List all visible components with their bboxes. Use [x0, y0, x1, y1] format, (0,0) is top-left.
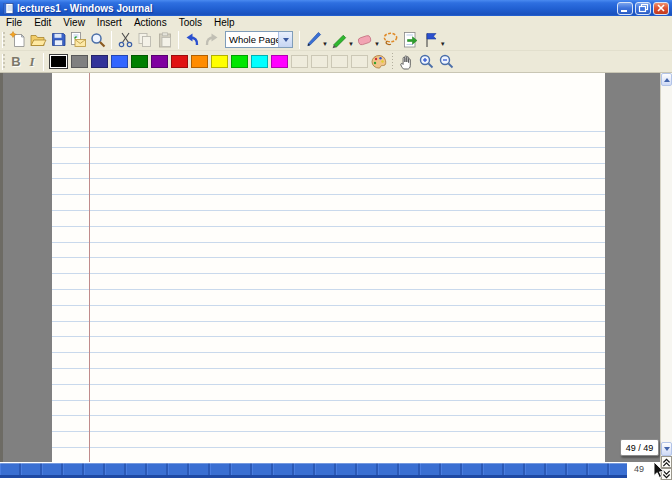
color-swatch-red[interactable] — [171, 55, 188, 68]
scroll-up-button[interactable] — [661, 73, 672, 86]
highlighter-tool-button[interactable] — [329, 30, 349, 50]
menu-bar: File Edit View Insert Actions Tools Help — [0, 16, 672, 29]
standard-toolbar: Whole Page ▼ ▼ ▼ — [0, 29, 672, 51]
eraser-icon — [355, 30, 374, 49]
insert-space-icon — [402, 31, 420, 49]
current-page-number: 49 — [634, 464, 644, 474]
journal-app-icon — [3, 3, 14, 14]
menu-view[interactable]: View — [57, 16, 91, 29]
more-colors-button[interactable] — [369, 52, 389, 72]
paste-icon — [157, 32, 173, 48]
page-indicator-tooltip: 49 / 49 — [620, 439, 659, 456]
eraser-tool-button[interactable] — [355, 30, 375, 50]
chevron-down-icon — [283, 38, 289, 45]
arrow-up-icon — [664, 75, 670, 82]
margin-line — [89, 73, 90, 462]
color-swatch-black[interactable] — [49, 54, 68, 69]
eraser-dropdown-arrow[interactable]: ▼ — [374, 41, 380, 47]
cut-button[interactable] — [115, 30, 135, 50]
zoom-select-dropdown-button[interactable] — [278, 32, 292, 47]
redo-button[interactable] — [202, 30, 222, 50]
scroll-down-button[interactable] — [661, 442, 672, 456]
scrollbar-track[interactable] — [661, 86, 672, 442]
restore-button[interactable] — [635, 2, 651, 15]
format-toolbar: B I — [0, 51, 672, 73]
pen-dropdown-arrow[interactable]: ▼ — [322, 41, 328, 47]
menu-file[interactable]: File — [0, 16, 28, 29]
journal-page[interactable] — [52, 73, 605, 462]
menu-tools[interactable]: Tools — [173, 16, 208, 29]
new-note-button[interactable] — [8, 30, 28, 50]
canvas-left-edge — [0, 73, 3, 462]
color-swatch-lime[interactable] — [231, 55, 248, 68]
undo-button[interactable] — [182, 30, 202, 50]
toolbar-separator — [392, 53, 393, 71]
note-canvas[interactable] — [0, 73, 660, 462]
selection-lasso-icon — [381, 30, 400, 49]
color-swatch-dark-blue[interactable] — [91, 55, 108, 68]
new-note-icon — [9, 31, 27, 49]
flag-icon — [422, 31, 440, 49]
toolbar-grip[interactable] — [2, 32, 5, 48]
previous-page-button[interactable] — [661, 456, 672, 468]
open-folder-icon — [29, 31, 47, 49]
email-note-button[interactable] — [68, 30, 88, 50]
zoom-level-select[interactable]: Whole Page — [225, 31, 293, 48]
toolbar-separator — [178, 31, 179, 49]
pen-icon — [304, 30, 323, 49]
segmented-blue-bar[interactable] — [0, 463, 627, 478]
pan-hand-icon — [398, 53, 415, 71]
close-button[interactable] — [653, 2, 669, 15]
zoom-out-button[interactable] — [436, 52, 456, 72]
toolbar-separator — [111, 31, 112, 49]
menu-help[interactable]: Help — [208, 16, 241, 29]
email-note-icon — [69, 31, 87, 49]
open-button[interactable] — [28, 30, 48, 50]
find-button[interactable] — [88, 30, 108, 50]
zoom-in-icon — [418, 53, 435, 70]
ruled-lines — [52, 131, 605, 462]
highlighter-dropdown-arrow[interactable]: ▼ — [348, 41, 354, 47]
copy-icon — [137, 32, 153, 48]
title-bar: lectures1 - Windows Journal — [0, 0, 672, 16]
menu-actions[interactable]: Actions — [128, 16, 173, 29]
windows-journal-window: lectures1 - Windows Journal File Edit — [0, 0, 672, 480]
color-swatch-green[interactable] — [131, 55, 148, 68]
color-swatch-cyan[interactable] — [251, 55, 268, 68]
double-chevron-down-icon — [662, 470, 671, 479]
bold-button[interactable]: B — [8, 54, 24, 69]
flag-tool-button[interactable] — [421, 30, 441, 50]
zoom-level-value: Whole Page — [226, 32, 278, 47]
pan-tool-button[interactable] — [396, 52, 416, 72]
selection-tool-button[interactable] — [381, 30, 401, 50]
color-swatch-empty — [311, 55, 328, 68]
next-page-button[interactable] — [661, 468, 672, 480]
color-swatch-orange[interactable] — [191, 55, 208, 68]
color-swatch-gray[interactable] — [71, 55, 88, 68]
minimize-button[interactable] — [617, 2, 633, 15]
insert-space-button[interactable] — [401, 30, 421, 50]
flag-dropdown-arrow[interactable]: ▼ — [440, 41, 446, 47]
color-swatch-empty — [351, 55, 368, 68]
highlighter-icon — [329, 30, 348, 49]
italic-button[interactable]: I — [24, 54, 40, 70]
color-swatch-purple[interactable] — [151, 55, 168, 68]
zoom-in-button[interactable] — [416, 52, 436, 72]
pen-tool-button[interactable] — [303, 30, 323, 50]
save-button[interactable] — [48, 30, 68, 50]
menu-edit[interactable]: Edit — [28, 16, 57, 29]
bottom-bar: 49 — [0, 462, 660, 480]
double-chevron-up-icon — [662, 458, 671, 467]
vertical-scrollbar[interactable] — [660, 73, 672, 480]
toolbar-grip[interactable] — [2, 54, 5, 70]
paste-button[interactable] — [155, 30, 175, 50]
color-swatch-empty — [291, 55, 308, 68]
toolbar-separator — [299, 31, 300, 49]
color-swatch-blue[interactable] — [111, 55, 128, 68]
undo-icon — [183, 31, 201, 48]
save-icon — [50, 31, 67, 48]
color-swatch-yellow[interactable] — [211, 55, 228, 68]
menu-insert[interactable]: Insert — [91, 16, 128, 29]
color-swatch-magenta[interactable] — [271, 55, 288, 68]
copy-button[interactable] — [135, 30, 155, 50]
